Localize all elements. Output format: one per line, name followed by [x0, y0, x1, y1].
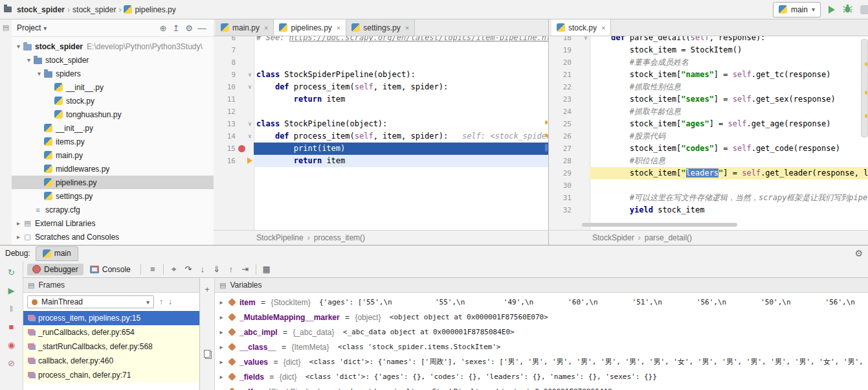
breakpoint-icon[interactable] — [238, 145, 245, 152]
breadcrumb-item[interactable]: stock_spider — [17, 5, 65, 14]
close-tab-icon[interactable]: × — [405, 24, 409, 32]
tree-item[interactable]: stock.py — [12, 94, 214, 108]
tree-chevron-icon[interactable]: ▸ — [14, 233, 23, 240]
tree-chevron-icon[interactable]: ▾ — [35, 70, 43, 77]
fold-icon[interactable]: ∨ — [246, 81, 254, 93]
code-text[interactable]: def process_item(self, item, spider): se… — [254, 130, 548, 143]
gutter-icon-area[interactable] — [573, 143, 582, 155]
debug-session-tab[interactable]: main — [36, 246, 78, 261]
code-text[interactable]: stock_item["leaders"] = self.get_leader(… — [590, 167, 868, 179]
breadcrumb-method[interactable]: process_item() — [314, 233, 365, 242]
gutter-icon-area[interactable] — [238, 69, 246, 81]
code-text[interactable]: return item — [254, 155, 548, 167]
gutter-icon-area[interactable] — [573, 155, 582, 167]
code-text[interactable]: def process_item(self, item, spider): — [254, 81, 548, 93]
expand-chevron-icon[interactable]: ▸ — [218, 299, 225, 306]
step-over-icon[interactable]: ↷ — [181, 263, 195, 276]
gutter-icon-area[interactable] — [238, 155, 246, 167]
code-text[interactable]: stock_item["sexes"] = self.get_sex(respo… — [590, 93, 868, 106]
step-into-icon[interactable]: ↓ — [195, 263, 210, 276]
tree-item[interactable]: middlewares.py — [12, 162, 214, 176]
expand-chevron-icon[interactable]: ▸ — [218, 314, 225, 321]
run-to-cursor-icon[interactable]: ⇥ — [238, 263, 252, 276]
gutter-icon-area[interactable] — [573, 130, 582, 143]
layout-menu-icon[interactable]: ≡ — [146, 263, 160, 276]
tree-item[interactable]: ▾stock_spider — [12, 53, 214, 67]
previous-frame-icon[interactable]: ↑ — [159, 297, 163, 306]
expand-chevron-icon[interactable]: ▸ — [218, 373, 225, 380]
code-text[interactable]: #董事会成员姓名 — [590, 56, 868, 69]
gutter-icon-area[interactable] — [573, 179, 582, 192]
breadcrumb-item[interactable]: stock_spider — [72, 5, 116, 14]
code-text[interactable]: # See: https://doc.scrapy.org/en/latest/… — [254, 36, 548, 44]
tree-item[interactable]: ≡scrapy.cfg — [12, 203, 214, 216]
copy-icon[interactable] — [204, 350, 210, 358]
close-tab-icon[interactable]: × — [337, 24, 340, 32]
gutter-icon-area[interactable] — [573, 36, 582, 44]
stop-icon[interactable]: ■ — [6, 321, 17, 332]
run-button[interactable] — [829, 6, 835, 14]
debug-tab-debugger[interactable]: Debugger — [27, 264, 83, 275]
frame-item[interactable]: process_item, pipelines.py:15 — [23, 311, 199, 325]
gutter-icon-area[interactable] — [238, 81, 246, 93]
chevron-down-icon[interactable]: ▾ — [43, 25, 47, 32]
expand-chevron-icon[interactable]: ▸ — [218, 358, 225, 365]
code-editor-stock[interactable]: 18∨ def parse_detail(self, response):19 … — [550, 36, 868, 231]
code-text[interactable]: yield stock_item — [590, 204, 868, 216]
hide-panel-icon[interactable]: — — [195, 23, 208, 33]
code-text[interactable]: class StockSpiderPipeline(object): — [254, 69, 548, 81]
mute-breakpoints-icon[interactable]: ⊘ — [6, 357, 17, 369]
horizontal-scrollbar[interactable] — [582, 223, 737, 227]
fold-icon[interactable]: ∨ — [246, 130, 254, 143]
editor-tab[interactable]: stock.py× — [551, 19, 611, 36]
resume-icon[interactable]: ▶ — [6, 284, 17, 296]
expand-chevron-icon[interactable]: ▸ — [218, 328, 225, 336]
gutter-icon-area[interactable] — [238, 44, 246, 56]
code-text[interactable]: #抓取性别信息 — [590, 81, 868, 93]
gutter-icon-area[interactable] — [238, 36, 246, 44]
variable-row[interactable]: ▸_values = {dict} <class 'dict'>: {'name… — [215, 354, 868, 369]
tree-item[interactable]: settings.py — [12, 189, 214, 203]
toolbar-icon[interactable] — [860, 5, 868, 14]
frame-item[interactable]: process_chain, defer.py:71 — [23, 368, 199, 382]
tree-item[interactable]: main.py — [12, 148, 214, 162]
evaluate-grid-icon[interactable]: ▦ — [260, 263, 274, 276]
variable-row[interactable]: ▸_fields = {dict} <class 'dict'>: {'ages… — [215, 369, 868, 384]
code-text[interactable]: #可以这里在写文件存储逻辑，当然，scrapy框架是让我们写到pipeline — [590, 192, 868, 204]
variable-row[interactable]: ▸item = {StockItem} {'ages': ['55',\n '5… — [215, 295, 868, 310]
code-text[interactable] — [254, 44, 548, 56]
pause-icon[interactable]: ‖ — [6, 303, 17, 314]
breadcrumb-method[interactable]: parse_detail() — [645, 233, 692, 242]
gutter-icon-area[interactable] — [238, 106, 246, 118]
frame-item[interactable]: callback, defer.py:460 — [23, 354, 199, 368]
tree-item[interactable]: ▾spiders — [12, 67, 214, 80]
expand-chevron-icon[interactable]: ▸ — [218, 343, 225, 350]
code-text[interactable]: #职位信息 — [590, 155, 868, 167]
tree-item[interactable]: __init__.py — [12, 121, 214, 135]
tree-chevron-icon[interactable]: ▸ — [14, 220, 23, 227]
breadcrumb-class[interactable]: StockPipeline — [256, 233, 304, 242]
tree-item[interactable]: pipelines.py — [12, 176, 214, 189]
collapse-all-icon[interactable]: ↥ — [170, 23, 183, 33]
tree-item[interactable]: ▾stock_spiderE:\develop\Python\Python3St… — [12, 40, 214, 53]
gutter-icon-area[interactable] — [573, 192, 582, 204]
code-text[interactable]: #股票代码 — [590, 130, 868, 143]
frame-item[interactable]: _startRunCallbacks, defer.py:568 — [23, 339, 199, 354]
gutter-icon-area[interactable] — [238, 93, 246, 106]
gutter-icon-area[interactable] — [238, 56, 246, 69]
code-text[interactable]: stock_item["codes"] = self.get_code(resp… — [590, 143, 868, 155]
step-out-icon[interactable]: ↑ — [224, 263, 238, 276]
force-step-into-icon[interactable]: ⇓ — [210, 263, 224, 276]
tree-chevron-icon[interactable]: ▾ — [25, 56, 33, 63]
close-tab-icon[interactable]: × — [601, 24, 605, 32]
tree-item[interactable]: ▸▤External Libraries — [12, 216, 214, 230]
gear-icon[interactable]: ⚙ — [854, 248, 863, 258]
frame-item[interactable]: _runCallbacks, defer.py:654 — [23, 325, 199, 339]
tree-item[interactable]: items.py — [12, 135, 214, 148]
code-text[interactable] — [254, 56, 548, 69]
code-editor-pipelines[interactable]: 6# See: https://doc.scrapy.org/en/latest… — [214, 36, 548, 231]
gutter-icon-area[interactable] — [573, 167, 582, 179]
code-text[interactable]: return item — [254, 93, 548, 106]
breadcrumb-item[interactable]: pipelines.py — [124, 5, 175, 14]
editor-tab[interactable]: pipelines.py× — [274, 19, 346, 36]
